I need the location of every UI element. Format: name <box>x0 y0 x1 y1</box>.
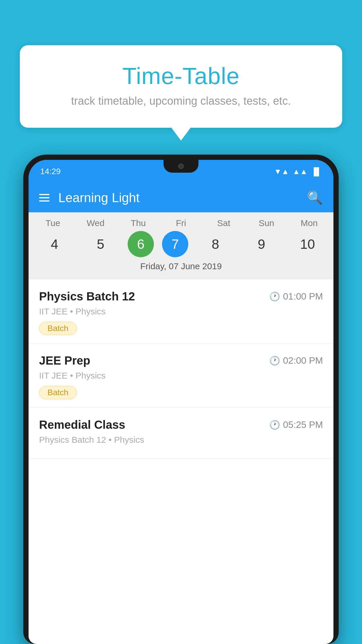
schedule-item-header-3: Remedial Class 🕐 05:25 PM <box>39 418 323 431</box>
day-10[interactable]: 10 <box>289 231 326 257</box>
day-label-mon[interactable]: Mon <box>290 218 328 228</box>
battery-icon: ▐▌ <box>311 167 322 176</box>
schedule-item-time-1: 🕐 01:00 PM <box>269 291 323 302</box>
day-labels: Tue Wed Thu Fri Sat Sun Mon <box>29 218 333 228</box>
schedule-item-header-2: JEE Prep 🕐 02:00 PM <box>39 354 323 367</box>
day-8[interactable]: 8 <box>196 231 234 257</box>
selected-date: Friday, 07 June 2019 <box>29 261 333 276</box>
day-7-selected[interactable]: 7 <box>162 231 188 257</box>
day-4[interactable]: 4 <box>36 231 73 257</box>
menu-button[interactable] <box>39 194 50 202</box>
day-6-today[interactable]: 6 <box>128 231 154 257</box>
app-title: Learning Light <box>58 190 307 205</box>
schedule-item-header-1: Physics Batch 12 🕐 01:00 PM <box>39 290 323 303</box>
status-bar: 14:29 ▼▲ ▲▲ ▐▌ <box>29 160 333 183</box>
schedule-item-sub-3: Physics Batch 12 • Physics <box>39 435 323 445</box>
day-label-sun[interactable]: Sun <box>247 218 285 228</box>
hamburger-line-2 <box>39 197 50 198</box>
clock-icon-1: 🕐 <box>269 291 280 302</box>
schedule-item-name-3: Remedial Class <box>39 418 125 431</box>
search-button[interactable]: 🔍 <box>307 190 323 205</box>
bubble-title: Time-Table <box>34 63 328 90</box>
schedule-item-time-2: 🕐 02:00 PM <box>269 355 323 366</box>
schedule-item-sub-1: IIT JEE • Physics <box>39 307 323 316</box>
phone-screen: 14:29 ▼▲ ▲▲ ▐▌ Learning Light 🔍 Tue <box>29 160 333 644</box>
schedule-item-sub-2: IIT JEE • Physics <box>39 371 323 381</box>
day-label-tue[interactable]: Tue <box>34 218 72 228</box>
schedule-item-remedial[interactable]: Remedial Class 🕐 05:25 PM Physics Batch … <box>29 408 333 459</box>
clock-icon-2: 🕐 <box>269 356 280 366</box>
status-icons: ▼▲ ▲▲ ▐▌ <box>274 167 322 176</box>
app-bar: Learning Light 🔍 <box>29 183 333 212</box>
badge-2: Batch <box>39 386 77 399</box>
bubble-subtitle: track timetable, upcoming classes, tests… <box>34 95 328 107</box>
wifi-icon: ▼▲ <box>274 167 289 176</box>
schedule-item-name-1: Physics Batch 12 <box>39 290 135 303</box>
schedule-item-physics-batch[interactable]: Physics Batch 12 🕐 01:00 PM IIT JEE • Ph… <box>29 279 333 344</box>
schedule-item-time-3: 🕐 05:25 PM <box>269 419 323 430</box>
day-label-wed[interactable]: Wed <box>77 218 115 228</box>
badge-1: Batch <box>39 322 77 335</box>
day-9[interactable]: 9 <box>242 231 280 257</box>
schedule-item-name-2: JEE Prep <box>39 354 90 367</box>
day-numbers: 4 5 6 7 8 9 10 <box>29 231 333 257</box>
day-label-thu[interactable]: Thu <box>119 218 157 228</box>
hamburger-line-1 <box>39 194 50 195</box>
camera-dot <box>178 164 184 169</box>
schedule-list: Physics Batch 12 🕐 01:00 PM IIT JEE • Ph… <box>29 279 333 644</box>
hamburger-line-3 <box>39 200 50 202</box>
signal-icon: ▲▲ <box>293 167 307 176</box>
phone-notch <box>164 160 198 173</box>
speech-bubble: Time-Table track timetable, upcoming cla… <box>20 45 342 128</box>
clock-icon-3: 🕐 <box>269 420 280 430</box>
calendar-strip: Tue Wed Thu Fri Sat Sun Mon 4 5 6 7 8 9 … <box>29 212 333 279</box>
status-time: 14:29 <box>40 167 61 176</box>
day-label-fri[interactable]: Fri <box>162 218 200 228</box>
schedule-item-jee-prep[interactable]: JEE Prep 🕐 02:00 PM IIT JEE • Physics Ba… <box>29 344 333 408</box>
day-label-sat[interactable]: Sat <box>205 218 243 228</box>
day-5[interactable]: 5 <box>82 231 120 257</box>
phone-frame: 14:29 ▼▲ ▲▲ ▐▌ Learning Light 🔍 Tue <box>23 155 339 644</box>
